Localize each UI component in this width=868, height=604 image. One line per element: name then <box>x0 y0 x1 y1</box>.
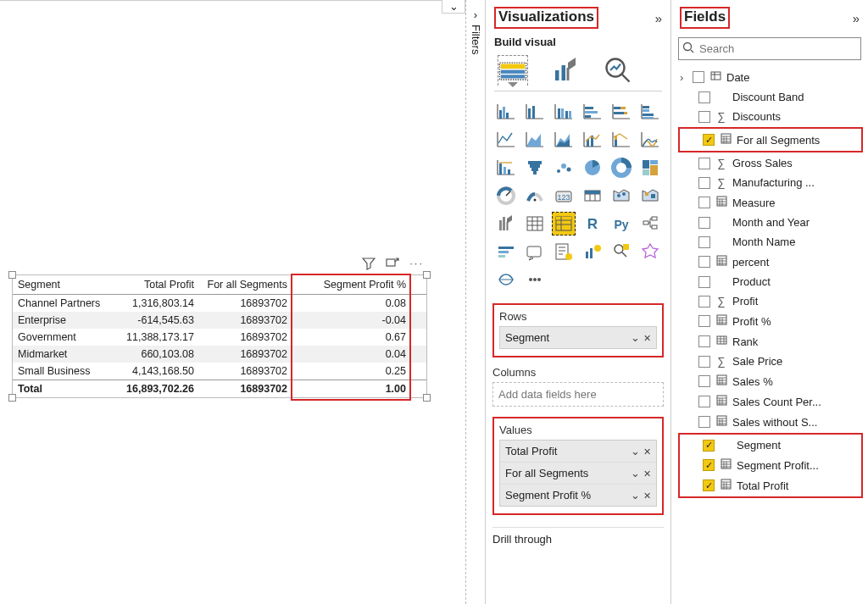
collapse-pane-icon[interactable]: » <box>848 11 860 25</box>
expand-icon[interactable]: › <box>680 71 688 84</box>
viz-type-icon[interactable] <box>638 100 662 124</box>
analytics-tab[interactable] <box>603 55 633 86</box>
field-checkbox[interactable] <box>693 71 704 83</box>
field-checkbox[interactable] <box>698 236 710 248</box>
field-item[interactable]: Product <box>676 272 865 291</box>
field-checkbox[interactable] <box>698 335 710 347</box>
viz-type-icon[interactable] <box>494 156 518 180</box>
viz-type-icon[interactable] <box>609 184 633 208</box>
field-item[interactable]: Measure <box>676 192 865 213</box>
remove-icon[interactable] <box>643 331 651 344</box>
field-item[interactable]: Profit <box>676 291 865 311</box>
matrix-visual[interactable]: ··· Segment Total Profit For all Segment… <box>12 257 427 398</box>
field-item[interactable]: Segment Profit... <box>681 455 860 475</box>
field-well-item[interactable]: Total Profit <box>500 441 656 463</box>
field-checkbox[interactable] <box>698 158 710 169</box>
report-canvas[interactable]: ··· Segment Total Profit For all Segment… <box>0 0 465 604</box>
field-item[interactable]: For all Segments <box>681 130 860 150</box>
viz-type-icon[interactable] <box>638 212 662 236</box>
viz-type-icon[interactable]: R <box>581 212 604 236</box>
build-visual-tab[interactable] <box>498 55 528 86</box>
viz-type-icon[interactable] <box>609 100 633 124</box>
viz-type-icon[interactable] <box>581 128 604 152</box>
viz-type-icon[interactable] <box>581 240 604 263</box>
resize-handle[interactable] <box>8 394 16 402</box>
field-checkbox[interactable] <box>698 396 710 407</box>
field-item[interactable]: Month and Year <box>676 213 865 232</box>
field-checkbox[interactable] <box>698 276 710 288</box>
field-item[interactable]: ›Date <box>676 67 865 87</box>
focus-mode-icon[interactable] <box>386 257 399 273</box>
viz-type-icon[interactable] <box>552 156 576 180</box>
viz-type-icon[interactable] <box>494 100 518 124</box>
viz-type-icon[interactable] <box>523 184 547 208</box>
field-item[interactable]: Month Name <box>676 232 865 252</box>
viz-type-icon[interactable] <box>494 184 518 208</box>
viz-type-icon[interactable] <box>581 156 604 180</box>
col-header[interactable]: Segment Profit % <box>292 275 411 294</box>
field-well-item[interactable]: Segment Profit % <box>500 485 656 506</box>
field-item[interactable]: Sales % <box>676 371 865 391</box>
filter-icon[interactable] <box>362 257 376 273</box>
table-row[interactable]: Government11,388,173.17168937020.67 <box>13 329 426 346</box>
col-header[interactable]: Segment <box>13 275 114 294</box>
canvas-collapse-toggle[interactable] <box>442 0 465 14</box>
more-options-icon[interactable]: ··· <box>409 257 424 273</box>
viz-type-icon[interactable] <box>638 156 662 180</box>
field-item[interactable]: Rank <box>676 331 865 352</box>
chevron-down-icon[interactable] <box>631 467 640 479</box>
viz-type-icon[interactable] <box>523 268 547 291</box>
viz-type-icon[interactable] <box>638 128 662 152</box>
remove-icon[interactable] <box>643 489 651 501</box>
viz-type-icon[interactable] <box>523 100 547 124</box>
field-checkbox[interactable] <box>698 91 710 103</box>
table-row[interactable]: Channel Partners1,316,803.14168937020.08 <box>13 295 426 312</box>
chevron-down-icon[interactable] <box>631 331 640 344</box>
field-well-item[interactable]: Segment <box>500 327 656 348</box>
field-checkbox[interactable] <box>698 416 710 428</box>
viz-type-icon[interactable] <box>523 156 547 180</box>
viz-type-icon[interactable]: Py <box>609 212 633 236</box>
viz-type-icon[interactable] <box>609 156 633 180</box>
table-row[interactable]: Midmarket660,103.08168937020.04 <box>13 346 426 363</box>
field-item[interactable]: percent <box>676 252 865 272</box>
field-item[interactable]: Segment <box>681 435 860 455</box>
filters-pane-collapsed[interactable]: › Filters <box>465 0 486 604</box>
values-well[interactable]: Total ProfitFor all SegmentsSegment Prof… <box>499 440 657 507</box>
viz-type-icon[interactable] <box>494 212 518 236</box>
columns-well[interactable]: Add data fields here <box>492 382 664 407</box>
viz-type-icon[interactable]: 123 <box>552 184 576 208</box>
field-checkbox[interactable] <box>698 177 710 189</box>
field-checkbox[interactable] <box>703 134 715 146</box>
field-item[interactable]: Total Profit <box>681 475 860 496</box>
field-checkbox[interactable] <box>698 197 710 208</box>
viz-type-icon[interactable] <box>638 240 662 263</box>
resize-handle[interactable] <box>423 394 431 402</box>
field-item[interactable]: Sales Count Per... <box>676 391 865 412</box>
remove-icon[interactable] <box>643 467 651 479</box>
field-checkbox[interactable] <box>698 296 710 308</box>
chevron-down-icon[interactable] <box>631 445 640 457</box>
viz-type-icon[interactable] <box>581 184 604 208</box>
viz-type-icon[interactable] <box>581 100 604 124</box>
field-checkbox[interactable] <box>703 459 715 471</box>
field-item[interactable]: Manufacturing ... <box>676 173 865 192</box>
viz-type-icon[interactable] <box>609 128 633 152</box>
field-item[interactable]: Discounts <box>676 107 865 126</box>
table-row[interactable]: Small Business4,143,168.50168937020.25 <box>13 363 426 380</box>
table-row[interactable]: Enterprise-614,545.6316893702-0.04 <box>13 312 426 329</box>
resize-handle[interactable] <box>8 271 16 279</box>
field-item[interactable]: Gross Sales <box>676 153 865 173</box>
search-input[interactable] <box>678 37 861 60</box>
viz-type-icon[interactable] <box>552 212 576 236</box>
col-header[interactable]: For all Segments <box>199 275 292 294</box>
field-item[interactable]: Sales without S... <box>676 412 865 432</box>
field-checkbox[interactable] <box>703 440 715 452</box>
viz-type-icon[interactable] <box>552 100 576 124</box>
field-checkbox[interactable] <box>698 356 710 368</box>
remove-icon[interactable] <box>643 445 651 457</box>
chevron-down-icon[interactable] <box>631 489 640 501</box>
viz-type-icon[interactable] <box>494 268 518 291</box>
field-checkbox[interactable] <box>703 479 715 491</box>
resize-handle[interactable] <box>423 271 431 279</box>
